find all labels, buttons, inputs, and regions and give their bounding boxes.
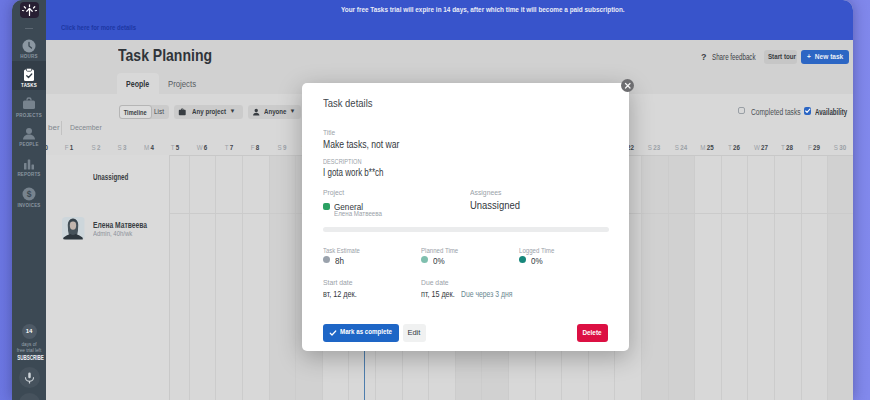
svg-text:$: $ (27, 189, 32, 199)
